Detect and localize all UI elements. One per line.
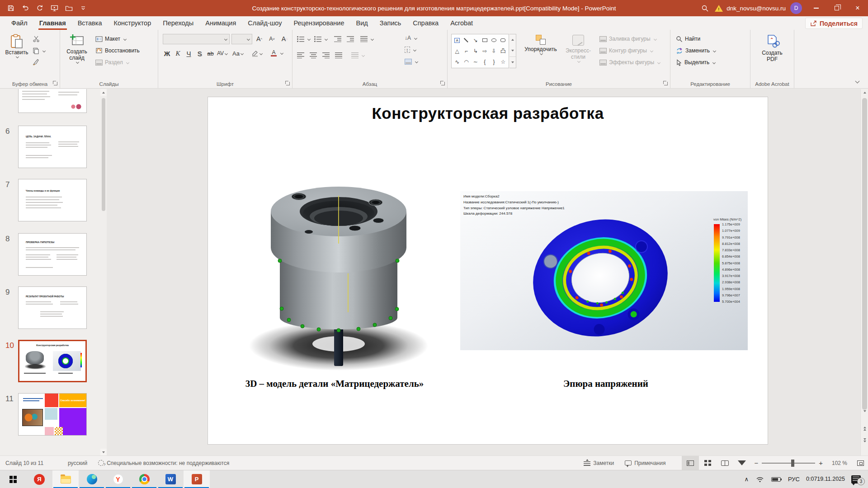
slide-thumbnail-partial[interactable] [18, 89, 87, 113]
align-left-button[interactable] [297, 50, 304, 61]
customize-qat-icon[interactable] [77, 2, 90, 14]
grow-font-button[interactable]: A^ [254, 33, 264, 44]
tab-home[interactable]: Главная [33, 16, 72, 30]
italic-button[interactable]: К [173, 48, 183, 59]
start-slideshow-icon[interactable] [48, 2, 61, 14]
taskbar-yandex-start[interactable]: Y [105, 470, 131, 488]
shape-arc-icon[interactable]: ◠ [464, 59, 468, 65]
wifi-icon[interactable] [752, 470, 768, 488]
shape-elbow-icon[interactable]: ⌐ [465, 48, 468, 54]
shape-rounded-rect-icon[interactable] [500, 38, 505, 42]
shape-effects-button[interactable]: Эффекты фигуры [599, 57, 660, 68]
font-color-button[interactable]: А [269, 48, 279, 59]
dialog-launcher-icon[interactable] [285, 81, 290, 85]
tab-help[interactable]: Справка [407, 16, 444, 30]
undo-icon[interactable] [19, 2, 32, 14]
save-icon[interactable] [5, 2, 17, 14]
zoom-in-button[interactable]: + [819, 459, 823, 467]
shrink-font-button[interactable]: A˅ [267, 33, 277, 44]
paste-button[interactable]: Вставить [4, 32, 30, 58]
restore-button[interactable] [826, 0, 847, 16]
zoom-slider-thumb[interactable] [791, 460, 794, 467]
tab-file[interactable]: Файл [5, 16, 33, 30]
format-painter-button[interactable] [33, 57, 40, 68]
shape-arrow-icon[interactable]: ↘ [473, 37, 478, 43]
accessibility-status[interactable]: Специальные возможности: не поддерживают… [93, 456, 235, 470]
dialog-launcher-icon[interactable] [663, 81, 668, 85]
minimize-button[interactable] [806, 0, 826, 16]
shape-oval-icon[interactable] [491, 38, 496, 42]
caption-3d-model[interactable]: 3D – модель детали «Матрицедержатель» [226, 378, 443, 389]
shapes-scroll-up[interactable] [509, 34, 516, 45]
scroll-up-button[interactable] [861, 89, 868, 96]
open-folder-icon[interactable] [62, 2, 75, 14]
shape-scribble-icon[interactable]: ∿ [455, 59, 459, 65]
decrease-indent-button[interactable] [334, 33, 341, 44]
slide-canvas[interactable]: Конструкторская разработка [107, 89, 860, 455]
thumbnail-scrollbar[interactable] [100, 89, 107, 455]
tab-view[interactable]: Вид [350, 16, 373, 30]
line-spacing-button[interactable] [360, 33, 373, 44]
dialog-launcher-icon[interactable] [440, 81, 445, 85]
tab-review[interactable]: Рецензирование [288, 16, 350, 30]
account-email[interactable]: dnk_novsu@novsu.ru [726, 5, 786, 12]
search-icon[interactable] [695, 0, 715, 16]
shapes-more-button[interactable] [509, 56, 516, 68]
taskbar-word[interactable]: W [157, 470, 184, 488]
notification-center-button[interactable]: 3 [848, 470, 868, 488]
normal-view-button[interactable] [682, 456, 699, 470]
language-tray-indicator[interactable]: РУС [784, 470, 803, 488]
shape-outline-button[interactable]: Контур фигуры [599, 45, 653, 56]
slide-thumbnail-6[interactable]: ЦЕЛЬ. ЗАДАЧИ. ПЛАН. [18, 126, 87, 168]
scroll-down-button[interactable] [100, 449, 107, 455]
previous-slide-button[interactable] [861, 425, 868, 432]
scroll-up-button[interactable] [100, 89, 107, 96]
tab-record[interactable]: Запись [374, 16, 407, 30]
increase-indent-button[interactable] [347, 33, 354, 44]
collapse-ribbon-button[interactable] [854, 79, 861, 84]
shape-rectangle-icon[interactable] [482, 38, 487, 42]
quick-styles-button[interactable]: Экспресс-стили [561, 33, 595, 62]
reading-view-button[interactable] [716, 456, 733, 470]
slide-title[interactable]: Конструкторская разработка [208, 104, 768, 122]
next-slide-button[interactable] [861, 436, 868, 444]
find-button[interactable]: Найти [676, 33, 700, 44]
fit-to-window-button[interactable] [853, 456, 868, 470]
text-shadow-button[interactable]: S [194, 48, 205, 59]
numbering-button[interactable] [314, 33, 327, 44]
align-text-button[interactable]: ↕ [405, 44, 416, 55]
bullets-button[interactable] [297, 33, 310, 44]
text-direction-button[interactable]: ↓A [405, 33, 417, 43]
avatar[interactable]: D [790, 2, 802, 14]
battery-icon[interactable] [768, 470, 784, 488]
main-scrollbar[interactable] [860, 89, 868, 455]
fea-stress-image[interactable]: Имя модели:Сборка2 Название исследования… [460, 191, 748, 350]
shape-star-icon[interactable]: ☆ [500, 59, 505, 65]
convert-smartart-button[interactable] [405, 56, 418, 67]
close-button[interactable]: × [847, 0, 868, 16]
slide-thumbnail-8[interactable]: ПРОВЕРКА ГИПОТЕЗЫ [18, 233, 87, 276]
dialog-launcher-icon[interactable] [53, 81, 57, 85]
justify-button[interactable] [335, 50, 342, 61]
align-center-button[interactable] [310, 50, 317, 61]
new-slide-button[interactable]: Создать слайд [63, 32, 91, 63]
notes-button[interactable]: Заметки [578, 456, 619, 470]
slide-thumbnail-11[interactable]: Спасибо за внимание! [18, 393, 87, 436]
reset-button[interactable]: Восстановить [95, 45, 140, 56]
cut-button[interactable] [33, 33, 40, 44]
select-button[interactable]: Выделить [676, 57, 715, 68]
tab-slideshow[interactable]: Слайд-шоу [242, 16, 288, 30]
section-button[interactable]: Раздел [95, 57, 129, 68]
shape-freeform-icon[interactable]: 凸 [500, 47, 506, 55]
scrollbar-thumb[interactable] [862, 98, 867, 410]
slide-thumbnail-9[interactable]: РЕЗУЛЬТАТ ПРОЕКТНОЙ РАБОТЫ [18, 286, 87, 329]
slide-indicator[interactable]: Слайд 10 из 11 [0, 456, 49, 470]
shape-brace-left-icon[interactable]: { [484, 59, 486, 65]
redo-icon[interactable] [33, 2, 46, 14]
highlight-button[interactable] [251, 48, 262, 59]
scrollbar-thumb[interactable] [102, 98, 105, 211]
replace-button[interactable]: bc Заменить [676, 45, 716, 56]
zoom-level[interactable]: 102 % [826, 456, 853, 470]
shapes-scroll-down[interactable] [509, 45, 516, 56]
copy-button[interactable] [33, 45, 45, 56]
